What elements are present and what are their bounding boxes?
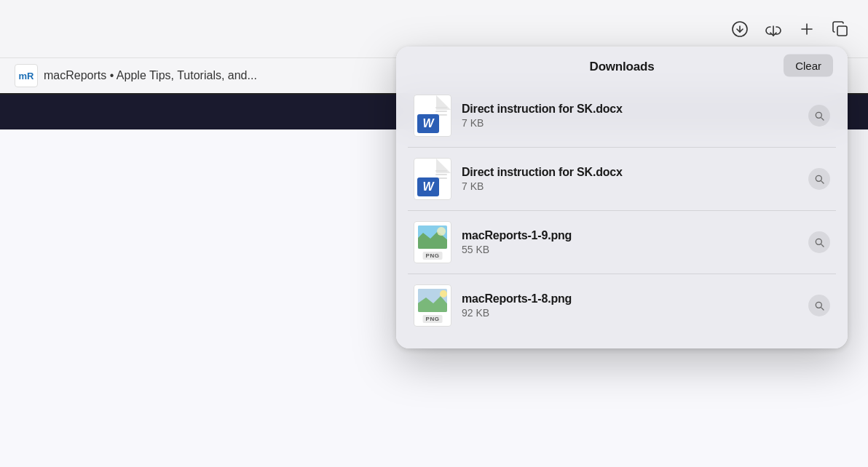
svg-point-8 <box>437 227 446 236</box>
svg-point-11 <box>440 290 447 298</box>
magnify-button[interactable] <box>808 295 830 316</box>
word-file-icon: W <box>414 95 451 137</box>
download-size: 92 KB <box>462 307 798 319</box>
download-size: 55 KB <box>462 244 798 255</box>
downloads-popover: Downloads Clear W Direct instruction for… <box>396 47 848 348</box>
site-logo: mR <box>15 64 38 87</box>
downloads-header: Downloads Clear <box>396 47 848 84</box>
download-info: Direct instruction for SK.docx 7 KB <box>462 166 798 192</box>
download-name: macReports-1-8.png <box>462 292 798 306</box>
new-tab-toolbar-icon[interactable] <box>797 19 817 39</box>
download-size: 7 KB <box>462 180 798 192</box>
word-badge: W <box>417 114 439 133</box>
png-preview <box>418 225 447 249</box>
list-item[interactable]: W Direct instruction for SK.docx 7 KB <box>408 148 836 211</box>
download-info: macReports-1-8.png 92 KB <box>462 292 798 319</box>
site-title: macReports • Apple Tips, Tutorials, and.… <box>44 69 257 82</box>
share-toolbar-icon[interactable] <box>763 19 784 39</box>
site-logo-area: mR macReports • Apple Tips, Tutorials, a… <box>15 64 257 87</box>
download-name: macReports-1-9.png <box>462 229 798 242</box>
word-file-icon: W <box>414 158 451 200</box>
list-item[interactable]: W Direct instruction for SK.docx 7 KB <box>408 84 836 148</box>
duplicate-toolbar-icon[interactable] <box>830 19 851 39</box>
download-toolbar-icon[interactable] <box>730 19 750 39</box>
magnify-button[interactable] <box>808 231 830 253</box>
download-info: Direct instruction for SK.docx 7 KB <box>462 103 798 129</box>
list-item[interactable]: PNG macReports-1-8.png 92 KB <box>408 274 836 337</box>
svg-rect-5 <box>837 26 847 36</box>
download-info: macReports-1-9.png 55 KB <box>462 229 798 255</box>
download-name: Direct instruction for SK.docx <box>462 166 798 179</box>
png-label: PNG <box>423 252 443 260</box>
magnify-button[interactable] <box>808 168 830 190</box>
png-label: PNG <box>423 315 443 323</box>
word-badge: W <box>417 177 439 196</box>
png-preview <box>418 289 447 312</box>
downloads-title: Downloads <box>590 60 655 74</box>
clear-button[interactable]: Clear <box>784 55 833 77</box>
download-size: 7 KB <box>462 117 798 129</box>
downloads-list: W Direct instruction for SK.docx 7 KB <box>396 84 848 348</box>
png-file-icon: PNG <box>414 221 451 263</box>
png-file-icon: PNG <box>414 284 451 327</box>
download-name: Direct instruction for SK.docx <box>462 103 798 116</box>
magnify-button[interactable] <box>808 105 830 127</box>
list-item[interactable]: PNG macReports-1-9.png 55 KB <box>408 211 836 274</box>
